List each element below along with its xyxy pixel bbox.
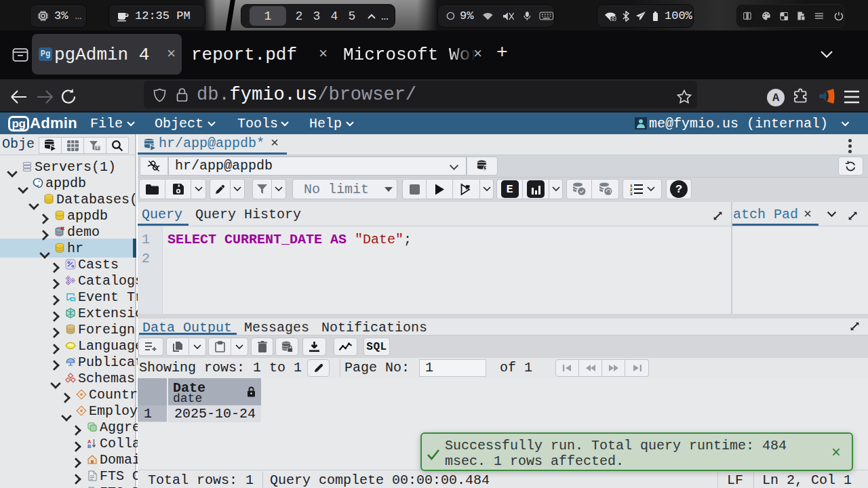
svg-text:3: 3 xyxy=(630,192,633,196)
svg-text:B: B xyxy=(87,443,92,449)
